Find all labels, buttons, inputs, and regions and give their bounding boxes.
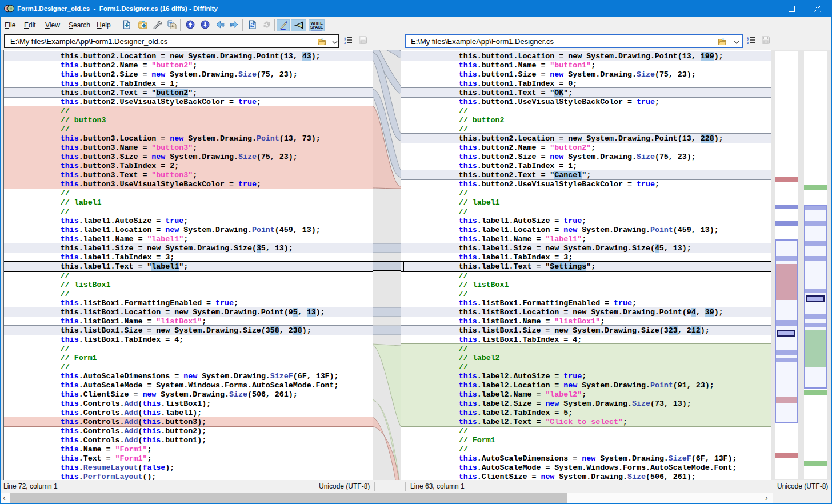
- svg-text:3: 3: [747, 41, 749, 45]
- svg-text:3: 3: [344, 41, 346, 45]
